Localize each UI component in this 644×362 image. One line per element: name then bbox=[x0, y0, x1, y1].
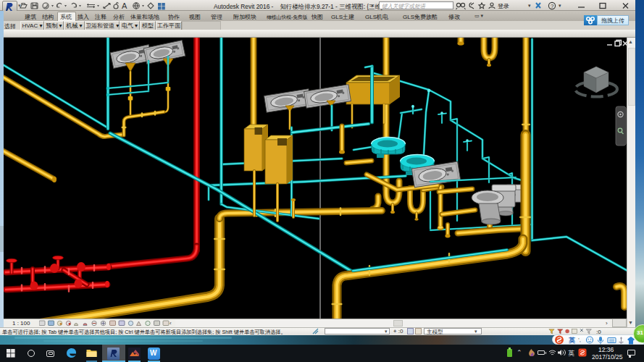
svg-text:?: ? bbox=[551, 3, 554, 9]
svg-text:’,: ’, bbox=[578, 337, 581, 343]
svg-text:▾: ▾ bbox=[528, 3, 531, 8]
svg-text:登录: 登录 bbox=[498, 3, 509, 9]
svg-text:英: 英 bbox=[568, 337, 575, 344]
svg-text:▾: ▾ bbox=[559, 3, 561, 8]
svg-text:A: A bbox=[122, 1, 127, 10]
